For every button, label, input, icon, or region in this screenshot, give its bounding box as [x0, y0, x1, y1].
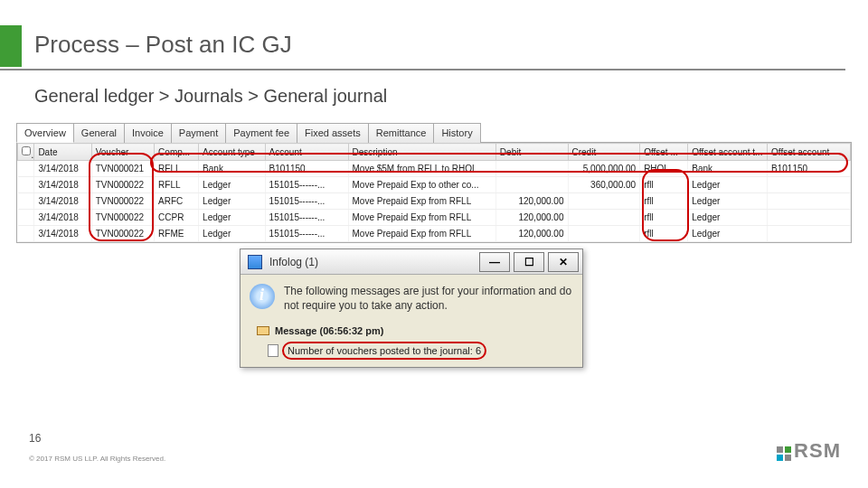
col-voucher[interactable]: Voucher: [91, 144, 154, 161]
cell-offset-company: rfll: [640, 210, 688, 226]
cell-offset-type: Ledger: [688, 177, 768, 193]
cell-offset-type: Bank: [688, 161, 768, 177]
annotation-posted-message: Number of vouchers posted to the journal…: [284, 343, 485, 358]
cell-debit: 120,000.00: [495, 226, 568, 242]
message-line-row[interactable]: Number of vouchers posted to the journal…: [241, 340, 582, 367]
col-credit[interactable]: Credit: [568, 144, 640, 161]
col-account[interactable]: Account: [265, 144, 348, 161]
tab-payment[interactable]: Payment: [171, 123, 226, 143]
journal-grid-area: Overview General Invoice Payment Payment…: [16, 122, 852, 243]
cell-company: RFLL: [155, 177, 199, 193]
col-company[interactable]: Comp...: [155, 144, 199, 161]
cell-credit: 360,000.00: [568, 177, 640, 193]
cell-date: 3/14/2018: [34, 177, 91, 193]
journal-grid[interactable]: Date Voucher Comp... Account type Accoun…: [17, 143, 851, 242]
cell-offset-company: rfll: [640, 177, 688, 193]
title-underline: [0, 69, 845, 70]
cell-date: 3/14/2018: [34, 161, 91, 177]
tab-invoice[interactable]: Invoice: [124, 123, 172, 143]
window-title-bar[interactable]: Infolog (1) — ☐ ✕: [241, 249, 582, 275]
cell-offset-type: Ledger: [688, 193, 768, 210]
close-button[interactable]: ✕: [548, 252, 579, 272]
col-description[interactable]: Description: [348, 144, 495, 161]
cell-account: 151015------...: [265, 177, 348, 193]
tab-remittance[interactable]: Remittance: [368, 123, 435, 143]
cell-account: 151015------...: [265, 210, 348, 226]
page-number: 16: [29, 432, 41, 445]
grid-header-row: Date Voucher Comp... Account type Accoun…: [18, 144, 851, 161]
cell-description: Move Prepaid Exp from RFLL: [348, 210, 495, 226]
cell-offset-company: rfll: [640, 193, 688, 210]
cell-account: B101150: [265, 161, 348, 177]
maximize-button[interactable]: ☐: [514, 252, 544, 272]
cell-account: 151015------...: [265, 193, 348, 210]
document-icon: [268, 344, 278, 357]
tab-strip: Overview General Invoice Payment Payment…: [16, 122, 852, 142]
cell-voucher: TVN000022: [91, 226, 154, 242]
cell-offset-account: B101150: [768, 161, 851, 177]
cell-account-type: Ledger: [199, 226, 266, 242]
tab-general[interactable]: General: [73, 123, 125, 143]
infolog-message: The following messages are just for your…: [284, 284, 573, 313]
cell-credit: 5,000,000.00: [568, 161, 640, 177]
col-offset-type[interactable]: Offset account t...: [688, 144, 768, 161]
tab-fixed-assets[interactable]: Fixed assets: [297, 123, 369, 143]
table-row[interactable]: 3/14/2018TVN000022ARFCLedger151015------…: [18, 193, 851, 210]
cell-account-type: Ledger: [199, 193, 266, 210]
cell-voucher: TVN000021: [91, 161, 154, 177]
logo-text: RSM: [794, 441, 841, 461]
cell-offset-company: rfll: [640, 226, 688, 242]
cell-description: Move Prepaid Exp from RFLL: [348, 226, 495, 242]
page-title: Process – Post an IC GJ: [34, 31, 292, 59]
copyright: © 2017 RSM US LLP. All Rights Reserved.: [29, 455, 165, 463]
cell-offset-account: [768, 226, 851, 242]
table-row[interactable]: 3/14/2018TVN000022CCPRLedger151015------…: [18, 210, 851, 226]
cell-date: 3/14/2018: [34, 210, 91, 226]
cell-date: 3/14/2018: [34, 226, 91, 242]
rsm-logo: RSM: [777, 441, 841, 461]
table-row[interactable]: 3/14/2018TVN000022RFMELedger151015------…: [18, 226, 851, 242]
window-title: Infolog (1): [269, 256, 479, 268]
logo-squares-icon: [777, 446, 791, 461]
cell-debit: 120,000.00: [495, 193, 568, 210]
infolog-window[interactable]: Infolog (1) — ☐ ✕ The following messages…: [240, 249, 583, 368]
tab-payment-fee[interactable]: Payment fee: [225, 123, 297, 143]
message-header-row[interactable]: Message (06:56:32 pm): [241, 322, 582, 340]
cell-offset-account: [768, 177, 851, 193]
grid-wrapper: Date Voucher Comp... Account type Accoun…: [16, 142, 852, 243]
cell-offset-company: RHOL: [640, 161, 688, 177]
cell-account-type: Ledger: [199, 210, 266, 226]
title-bar: Process – Post an IC GJ: [0, 25, 845, 67]
cell-debit: [495, 177, 568, 193]
col-offset-account[interactable]: Offset account: [768, 144, 851, 161]
cell-description: Move Prepaid Exp to other co...: [348, 177, 495, 193]
table-row[interactable]: 3/14/2018TVN000022RFLLLedger151015------…: [18, 177, 851, 193]
col-account-type[interactable]: Account type: [199, 144, 266, 161]
cell-offset-type: Ledger: [688, 210, 768, 226]
cell-date: 3/14/2018: [34, 193, 91, 210]
cell-description: Move Prepaid Exp from RFLL: [348, 193, 495, 210]
cell-description: Move $5M from RFLL to RHOL: [348, 161, 495, 177]
col-check[interactable]: [18, 144, 34, 161]
cell-offset-account: [768, 193, 851, 210]
message-header: Message (06:56:32 pm): [275, 325, 383, 336]
cell-company: RFME: [155, 226, 199, 242]
cell-account: 151015------...: [265, 226, 348, 242]
cell-debit: 120,000.00: [495, 210, 568, 226]
cell-voucher: TVN000022: [91, 193, 154, 210]
info-icon: [250, 284, 275, 309]
cell-voucher: TVN000022: [91, 210, 154, 226]
cell-account-type: Ledger: [199, 177, 266, 193]
col-date[interactable]: Date: [34, 144, 91, 161]
tab-overview[interactable]: Overview: [16, 123, 74, 143]
tab-history[interactable]: History: [433, 123, 480, 143]
accent-block: [0, 25, 22, 67]
select-all-checkbox[interactable]: [22, 146, 31, 155]
table-row[interactable]: 3/14/2018TVN000021RFLLBankB101150Move $5…: [18, 161, 851, 177]
cell-credit: [568, 226, 640, 242]
col-debit[interactable]: Debit: [495, 144, 568, 161]
cell-offset-account: [768, 210, 851, 226]
cell-voucher: TVN000022: [91, 177, 154, 193]
minimize-button[interactable]: —: [479, 252, 510, 272]
col-offset-company[interactable]: Offset ...: [640, 144, 688, 161]
